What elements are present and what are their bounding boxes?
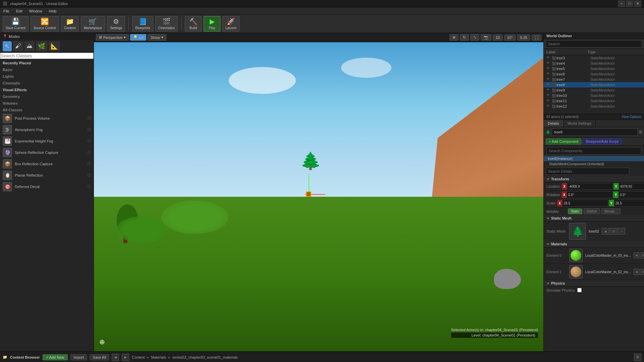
transform-section-header[interactable]: ▼ Transform (544, 176, 644, 182)
item-atmospheric-fog[interactable]: 🌫 Atmospheric Fog ⓘ (0, 124, 94, 135)
outliner-row-tree7[interactable]: 👁 ⬛ tree7 StaticMeshActor (544, 77, 644, 82)
item-planar-reflection[interactable]: 🪞 Planar Reflection ⓘ (0, 170, 94, 181)
mat0-reset-btn[interactable]: ↺ (640, 252, 644, 258)
close-button[interactable]: ✕ (634, 0, 641, 7)
add-component-button[interactable]: + Add Component (546, 138, 581, 144)
mat1-reset-btn[interactable]: ↺ (640, 269, 644, 275)
rotation-y-input[interactable] (619, 191, 644, 198)
item-exponential-height-fog[interactable]: 🌁 Exponential Height Fog ⓘ (0, 135, 94, 147)
category-all-classes[interactable]: All Classes (0, 107, 94, 113)
breadcrumb-materials[interactable]: Materials (151, 355, 166, 359)
mode-foliage-btn[interactable]: 🌿 (36, 41, 47, 51)
rotation-10[interactable]: 10° (504, 35, 516, 41)
import-button[interactable]: Import (70, 354, 87, 360)
outliner-search[interactable] (546, 40, 642, 48)
back-button[interactable]: ◄ (112, 354, 119, 361)
scale-btn[interactable]: ⤡ (470, 34, 479, 41)
station-button[interactable]: Station (584, 208, 600, 214)
rotation-x-input[interactable] (567, 191, 612, 198)
category-visual-effects[interactable]: Visual Effects (0, 87, 94, 93)
category-recently-placed[interactable]: Recently Placed (0, 60, 94, 66)
menu-edit[interactable]: Edit (13, 8, 26, 14)
sm-arrow-btn[interactable]: → (618, 228, 625, 235)
outliner-row-tree6[interactable]: 👁 ⬛ tree6 StaticMeshActor (544, 71, 644, 77)
camera-btn[interactable]: 📷 (481, 34, 491, 41)
mode-landscape-btn[interactable]: ⛰ (24, 41, 35, 51)
toolbar-save[interactable]: 💾 Save Current (3, 16, 29, 32)
mode-select-btn[interactable]: ↖ (3, 41, 12, 51)
materials-section-header[interactable]: ▼ Materials (544, 241, 644, 247)
toolbar-cinematics[interactable]: 🎬 Cinematics (155, 16, 178, 32)
breadcrumb-series[interactable]: series02_chapter03_scene01_materials (172, 355, 238, 359)
forward-button[interactable]: ► (122, 354, 129, 361)
translate-btn[interactable]: ⊕ (449, 34, 459, 41)
cb-settings-btn[interactable]: ⚙ (634, 354, 641, 361)
scale-y-input[interactable] (614, 200, 644, 206)
outliner-row-tree8[interactable]: 👁 ⬛ tree8 StaticMeshActor (544, 82, 644, 87)
add-new-button[interactable]: + Add New (43, 354, 68, 360)
mode-geometry-btn[interactable]: 📐 (49, 41, 60, 51)
mat1-browse-btn[interactable]: ◄ (634, 269, 640, 275)
toolbar-launch[interactable]: 🚀 Launch (222, 16, 239, 32)
search-components-input[interactable] (546, 147, 641, 155)
save-all-button[interactable]: Save All (90, 354, 109, 360)
category-cinematic[interactable]: Cinematic (0, 80, 94, 86)
sm-browse-btn[interactable]: ◄ (602, 228, 609, 235)
outliner-row-tree10[interactable]: 👁 ⬛ tree10 StaticMeshActor (544, 93, 644, 98)
outliner-row-tree3[interactable]: 👁 ⬛ tree3 StaticMeshActor (544, 55, 644, 61)
item-box-reflection[interactable]: 📦 Box Reflection Capture ⓘ (0, 158, 94, 170)
physics-section-header[interactable]: ▼ Physics (544, 280, 644, 287)
toolbar-settings[interactable]: ⚙ Settings (107, 16, 125, 32)
outliner-row-tree11[interactable]: 👁 ⬛ tree11 StaticMeshActor (544, 98, 644, 104)
component-static-mesh[interactable]: StaticMeshComponent (Inherited) (544, 161, 644, 167)
rotate-btn[interactable]: ↻ (460, 34, 469, 41)
item-post-process-volume[interactable]: 📦 Post Process Volume ⓘ (0, 113, 94, 124)
static-button[interactable]: Static (568, 208, 582, 214)
toolbar-play[interactable]: ▶ Play (204, 16, 220, 32)
viewport-show-btn[interactable]: Show ▾ (148, 34, 166, 41)
simulate-physics-checkbox[interactable] (577, 288, 582, 292)
tab-world-settings[interactable]: World Settings (564, 120, 596, 127)
minimize-button[interactable]: ─ (618, 0, 625, 7)
search-details-input[interactable] (546, 168, 629, 175)
category-geometry[interactable]: Geometry (0, 94, 94, 99)
location-x-input[interactable] (567, 183, 613, 190)
menu-window[interactable]: Window (26, 8, 46, 14)
grid-10[interactable]: 10 (493, 35, 503, 41)
outliner-row-tree12[interactable]: 👁 ⬛ tree12 StaticMeshActor (544, 104, 644, 109)
toolbar-marketplace[interactable]: 🛒 Marketplace (81, 16, 105, 32)
static-mesh-section-header[interactable]: ▼ Static Mesh (544, 215, 644, 222)
outliner-row-tree4[interactable]: 👁 ⬛ tree4 StaticMeshActor (544, 61, 644, 66)
toolbar-content[interactable]: 📁 Content (61, 16, 79, 32)
mat0-browse-btn[interactable]: ◄ (634, 252, 640, 258)
item-deferred-decal[interactable]: 🎯 Deferred Decal ⓘ (0, 181, 94, 192)
viewport-lit-btn[interactable]: 💡 Lit (130, 34, 146, 41)
maximize-btn[interactable]: ⛶ (532, 35, 541, 41)
toolbar-build[interactable]: 🔨 Build (185, 16, 202, 32)
component-tree8-instance[interactable]: tree8(Instance) (544, 156, 644, 161)
mode-paint-btn[interactable]: 🖌 (13, 41, 23, 51)
blueprint-script-button[interactable]: Blueprint/Add Script (583, 138, 621, 144)
toolbar-source-control[interactable]: 🔀 Source Control (31, 16, 59, 32)
details-name-input[interactable] (552, 128, 638, 136)
category-basic[interactable]: Basic (0, 67, 94, 72)
sm-reset-btn[interactable]: ↺ (610, 228, 617, 235)
category-lights[interactable]: Lights (0, 74, 94, 79)
maximize-button[interactable]: □ (626, 0, 633, 7)
scale-025[interactable]: 0.25 (517, 35, 530, 41)
scale-x-input[interactable] (562, 200, 608, 206)
viewport-type-btn[interactable]: ⊞ Perspective ▾ (96, 34, 129, 41)
category-volumes[interactable]: Volumes (0, 101, 94, 106)
item-sphere-reflection[interactable]: 🔮 Sphere Reflection Capture ⓘ (0, 147, 94, 158)
3d-viewport[interactable]: 🌲 Selected Actor(s) in: chapter04_Scene0… (94, 42, 543, 351)
tab-details[interactable]: Details (544, 120, 564, 127)
outliner-row-tree9[interactable]: 👁 ⬛ tree9 StaticMeshActor (544, 87, 644, 93)
menu-help[interactable]: Help (46, 8, 60, 14)
location-y-input[interactable] (619, 183, 644, 190)
menu-file[interactable]: File (0, 8, 13, 14)
toolbar-blueprints[interactable]: 📘 Blueprints (132, 16, 153, 32)
outliner-row-tree5[interactable]: 👁 ⬛ tree5 StaticMeshActor (544, 66, 644, 71)
movable-button[interactable]: Movab... (601, 208, 620, 214)
breadcrumb-content[interactable]: Content (132, 355, 145, 359)
search-classes-input[interactable] (0, 53, 94, 59)
